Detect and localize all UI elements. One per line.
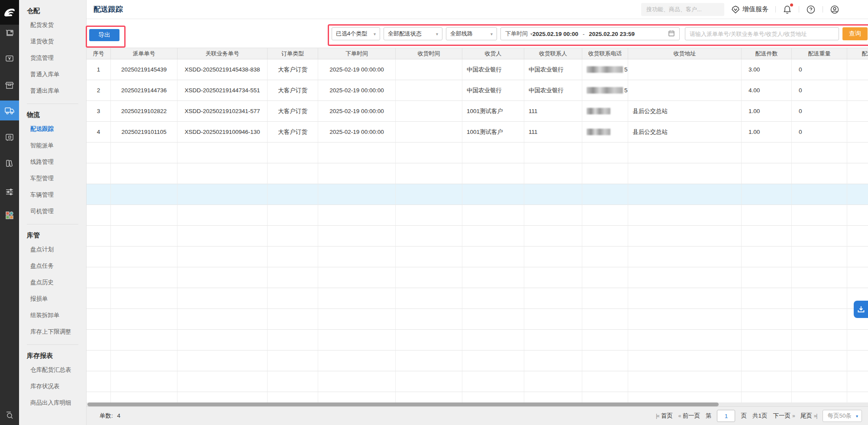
notifications-bell[interactable] (783, 5, 792, 14)
sidebar-item[interactable]: 商品出入库明细 (30, 395, 86, 411)
cell-qty (742, 247, 792, 267)
table-row[interactable] (87, 371, 868, 392)
sidebar-item[interactable]: 退货收货 (30, 33, 86, 50)
pagination-last[interactable]: 尾页 »| (800, 412, 817, 420)
scrollbar-thumb[interactable] (87, 402, 719, 406)
cell-order_time (318, 330, 396, 350)
cell-phone (582, 247, 628, 267)
table-row[interactable] (87, 247, 868, 267)
order-search-input[interactable] (685, 27, 839, 40)
cell-receiver (462, 288, 524, 309)
sidebar-item[interactable]: 盘点任务 (30, 258, 86, 274)
page-size-select[interactable]: 每页50条 ▾ (823, 410, 862, 422)
cell-receive_time (396, 143, 462, 163)
cell-order_time (318, 184, 396, 205)
global-search-input[interactable] (645, 6, 723, 13)
cell-order_time: 2025-02-19 00:00:00 (318, 101, 396, 122)
cell-weight (792, 392, 847, 403)
date-from[interactable]: 2025.02.19 00:00 (532, 31, 578, 37)
cash-icon[interactable] (0, 49, 19, 68)
truck-icon[interactable] (0, 101, 19, 120)
app-logo[interactable] (0, 0, 19, 25)
query-button[interactable]: 查询 (842, 27, 868, 40)
trolley-icon[interactable] (0, 23, 19, 43)
ledger-icon[interactable] (0, 153, 19, 173)
date-type-label[interactable]: 下单时间 (505, 30, 528, 38)
cell-order_type (268, 288, 318, 309)
table-row[interactable] (87, 205, 868, 226)
sidebar-item[interactable]: 组装拆卸单 (30, 307, 86, 324)
safe-icon[interactable] (0, 127, 19, 147)
sidebar-item[interactable]: 报损单 (30, 291, 86, 307)
global-search-box[interactable] (641, 3, 724, 16)
table-row[interactable]: 120250219145439XSDD-20250219145438-838大客… (87, 59, 868, 80)
pagination-prev[interactable]: « 前一页 (678, 412, 700, 420)
page-number-input[interactable] (717, 410, 735, 422)
cell-seq: 1 (87, 59, 111, 80)
delivery-status-filter[interactable]: 全部配送状态 ▾ (384, 27, 442, 40)
table-row[interactable] (87, 350, 868, 371)
next-page-label: 下一页 (773, 412, 791, 420)
sidebar-item[interactable]: 仓库配货汇总表 (30, 362, 86, 378)
date-range-picker[interactable]: 下单时间 ▾ 2025.02.19 00:00 - 2025.02.20 23:… (500, 27, 680, 40)
floating-download-button[interactable] (854, 301, 868, 318)
package-icon[interactable] (0, 75, 19, 95)
sidebar-item[interactable]: 盘点计划 (30, 241, 86, 258)
sidebar-item[interactable]: 配货发货 (30, 17, 86, 33)
sidebar-item[interactable]: 库存状况表 (30, 378, 86, 395)
cell-contact (524, 371, 582, 392)
redacted-phone (587, 87, 623, 94)
value-added-services[interactable]: 增值服务 (731, 5, 768, 14)
cell-dispatch_no (111, 184, 177, 205)
cell-volume (847, 184, 868, 205)
horizontal-scrollbar[interactable] (87, 402, 868, 406)
cell-order_time (318, 309, 396, 330)
cell-address (628, 309, 742, 330)
cell-order_type: 大客户订货 (268, 80, 318, 101)
table-row[interactable]: 220250219144736XSDD-20250219144734-551大客… (87, 80, 868, 101)
table-row[interactable] (87, 143, 868, 163)
user-menu[interactable] (830, 5, 839, 14)
cell-qty: 1.00 (742, 122, 792, 143)
cell-address (628, 184, 742, 205)
sliders-icon[interactable] (0, 182, 19, 202)
cell-contact: 111 (524, 122, 582, 143)
sidebar-item[interactable]: 普通出库单 (30, 83, 86, 99)
pagination-first[interactable]: |« 首页 (656, 412, 673, 420)
export-button[interactable]: 导出 (89, 29, 119, 41)
sidebar-item[interactable]: 配送跟踪 (30, 121, 86, 137)
cell-order_type (268, 205, 318, 226)
table-row[interactable] (87, 330, 868, 350)
sidebar-item[interactable]: 智能派单 (30, 137, 86, 154)
apps-icon[interactable] (0, 205, 19, 225)
cell-phone (582, 101, 628, 122)
table-row[interactable] (87, 226, 868, 247)
cell-dispatch_no (111, 163, 177, 184)
sidebar-item[interactable]: 线路管理 (30, 154, 86, 170)
sidebar-item[interactable]: 库存上下限调整 (30, 324, 86, 340)
sidebar-item[interactable]: 普通入库单 (30, 66, 86, 83)
date-to[interactable]: 2025.02.20 23:59 (589, 31, 635, 37)
table-row[interactable] (87, 184, 868, 205)
table-row[interactable] (87, 163, 868, 184)
sidebar-item[interactable]: 车型管理 (30, 170, 86, 187)
sidebar-item[interactable]: 司机管理 (30, 203, 86, 220)
cell-seq (87, 267, 111, 288)
title-bar: 配送跟踪 增值服务 (87, 0, 868, 19)
search-icon[interactable] (0, 405, 19, 425)
route-filter[interactable]: 全部线路 ▾ (446, 27, 497, 40)
sidebar-item[interactable]: 车辆管理 (30, 187, 86, 203)
table-row[interactable] (87, 309, 868, 330)
table-row[interactable]: 420250219101105XSDD-20250219100946-130大客… (87, 122, 868, 143)
table-row[interactable] (87, 288, 868, 309)
table-row[interactable] (87, 392, 868, 403)
sidebar-item[interactable]: 盘点历史 (30, 274, 86, 291)
column-header: 收货人 (462, 48, 524, 59)
pagination-next[interactable]: 下一页 » (773, 412, 794, 420)
cell-phone (582, 267, 628, 288)
order-type-filter[interactable]: 已选4个类型 ▾ (332, 27, 380, 40)
table-row[interactable]: 320250219102822XSDD-20250219102341-577大客… (87, 101, 868, 122)
table-row[interactable] (87, 267, 868, 288)
sidebar-item[interactable]: 货流管理 (30, 50, 86, 66)
help-button[interactable] (806, 5, 816, 14)
